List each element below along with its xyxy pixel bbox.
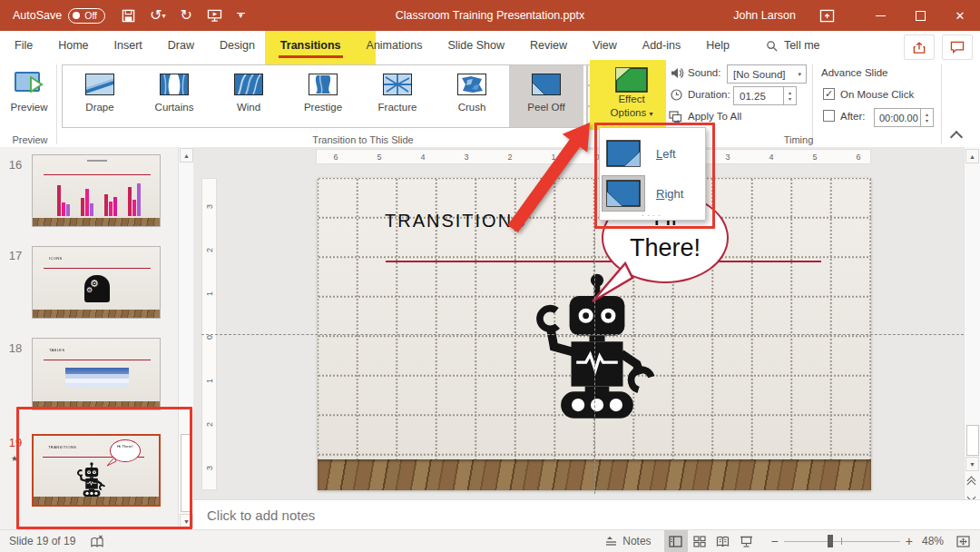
dropdown-resize-handle[interactable]: ····: [600, 212, 705, 219]
tab-insert[interactable]: Insert: [102, 31, 155, 60]
notes-toggle-button[interactable]: Notes: [605, 535, 651, 547]
slideshow-view-button[interactable]: [735, 530, 759, 552]
scroll-down-arrow[interactable]: ▼: [965, 457, 979, 471]
main-vertical-scrollbar[interactable]: ▲ ▼: [964, 147, 980, 499]
tab-animations[interactable]: Animations: [354, 31, 436, 60]
transition-peel-off[interactable]: Peel Off: [509, 65, 583, 127]
maximize-button[interactable]: [900, 0, 940, 31]
on-mouse-click-label: On Mouse Click: [840, 89, 914, 100]
tab-help[interactable]: Help: [693, 31, 742, 60]
ruler-number: 1: [205, 374, 214, 383]
transition-applied-star-icon[interactable]: ★: [11, 454, 18, 463]
tab-review[interactable]: Review: [517, 31, 580, 60]
on-mouse-click-checkbox[interactable]: ✓: [823, 88, 835, 100]
notes-pane[interactable]: Click to add notes: [193, 499, 980, 529]
user-name[interactable]: John Larson: [733, 9, 796, 22]
crush-icon: [457, 74, 486, 95]
comments-button[interactable]: [942, 34, 973, 60]
previous-slide-button[interactable]: [968, 478, 975, 488]
transition-fracture[interactable]: Fracture: [360, 65, 435, 127]
scrollbar-thumb[interactable]: [966, 425, 979, 456]
reading-view-button[interactable]: [711, 530, 735, 552]
slide-16-thumbnail[interactable]: [32, 154, 161, 227]
thumbnail-panel-scrollbar[interactable]: ▲ ▼: [178, 147, 193, 529]
after-checkbox[interactable]: [823, 110, 835, 122]
ribbon-display-options-icon[interactable]: [819, 9, 835, 23]
transition-drape[interactable]: Drape: [63, 65, 137, 127]
search-icon: [766, 40, 778, 52]
start-slideshow-icon[interactable]: [207, 9, 222, 22]
slide-19-thumbnail[interactable]: TRANSITIONS Hi There!: [32, 434, 161, 507]
close-button[interactable]: ✕: [940, 0, 980, 31]
slide-indicator[interactable]: Slide 19 of 19: [9, 535, 75, 547]
transition-wind[interactable]: Wind: [211, 65, 286, 127]
quick-access-toolbar: ↺▾ ↻ ▾: [122, 8, 245, 23]
transition-curtains[interactable]: Curtains: [137, 65, 211, 127]
scrollbar-thumb[interactable]: [181, 434, 192, 512]
ribbon: Preview Preview Drape: [0, 60, 980, 148]
group-separator: [941, 64, 942, 144]
spell-check-icon[interactable]: [90, 535, 104, 548]
group-separator: [56, 64, 57, 144]
horizontal-guide[interactable]: [201, 334, 964, 335]
tab-design[interactable]: Design: [207, 31, 268, 60]
autosave-control[interactable]: AutoSave Off: [13, 8, 105, 24]
effect-option-left[interactable]: Left: [600, 133, 705, 173]
duration-input[interactable]: 01.25 ▴▾: [733, 86, 797, 105]
customize-qat-icon[interactable]: ▾: [237, 13, 245, 18]
minimize-button[interactable]: [860, 0, 900, 31]
transition-prestige[interactable]: Prestige: [286, 65, 360, 127]
scroll-up-arrow[interactable]: ▲: [180, 148, 193, 163]
scroll-up-arrow[interactable]: ▲: [965, 149, 979, 163]
status-bar: Slide 19 of 19 Notes: [0, 529, 980, 552]
preview-icon: [15, 71, 44, 94]
effect-options-button[interactable]: Effect Options ▾: [599, 64, 664, 129]
tab-file[interactable]: File: [2, 31, 45, 60]
tell-me-box[interactable]: Tell me: [766, 39, 820, 52]
normal-view-button[interactable]: [664, 530, 688, 552]
autosave-toggle-dot: [73, 12, 80, 19]
group-separator: [812, 64, 813, 144]
comment-icon: [950, 41, 965, 54]
sound-dropdown[interactable]: [No Sound] ▾: [727, 64, 807, 84]
apply-to-all-button[interactable]: Apply To All: [688, 111, 741, 122]
drape-icon: [85, 74, 114, 95]
zoom-in-button[interactable]: +: [906, 534, 913, 548]
tab-slide-show[interactable]: Slide Show: [435, 31, 517, 60]
slide-17-thumbnail[interactable]: ICONS ⚙ ⚙: [32, 246, 161, 319]
tab-draw[interactable]: Draw: [155, 31, 207, 60]
robot-thumbnail-image: [75, 461, 108, 498]
zoom-out-button[interactable]: −: [771, 534, 779, 548]
redo-icon[interactable]: ↻: [180, 8, 191, 23]
tab-view[interactable]: View: [580, 31, 630, 60]
save-icon[interactable]: [122, 9, 135, 23]
slide-title[interactable]: TRANSITIONS: [385, 211, 526, 232]
transition-crush[interactable]: Crush: [435, 65, 509, 127]
effect-option-right[interactable]: Right: [600, 173, 705, 213]
slide-18-thumbnail[interactable]: TABLES: [32, 338, 161, 410]
scroll-down-arrow[interactable]: ▼: [180, 514, 193, 528]
tab-add-ins[interactable]: Add-ins: [630, 31, 693, 60]
fit-slide-to-window-button[interactable]: [951, 530, 975, 552]
undo-icon[interactable]: ↺▾: [150, 8, 165, 23]
zoom-slider-thumb[interactable]: [828, 535, 833, 547]
after-time-spinner[interactable]: ▴▾: [920, 109, 933, 126]
ruler-number: 2: [505, 153, 514, 162]
wind-icon: [234, 74, 263, 95]
tab-transitions[interactable]: Transitions: [268, 31, 354, 60]
duration-spinner[interactable]: ▴▾: [783, 87, 796, 104]
autosave-toggle[interactable]: Off: [68, 8, 105, 24]
slide-sorter-view-button[interactable]: [688, 530, 711, 552]
vertical-guide[interactable]: [594, 165, 595, 494]
ruler-number: 3: [205, 461, 214, 470]
zoom-level[interactable]: 48%: [922, 535, 944, 547]
share-button[interactable]: [904, 34, 935, 60]
tab-home[interactable]: Home: [45, 31, 101, 60]
transition-group-label: Transition to This Slide: [254, 134, 472, 145]
zoom-slider[interactable]: [784, 535, 900, 547]
preview-button[interactable]: Preview: [7, 65, 51, 129]
collapse-ribbon-button[interactable]: [950, 131, 963, 143]
powerpoint-window: AutoSave Off ↺▾ ↻ ▾: [0, 0, 980, 552]
after-time-input[interactable]: 00:00.00 ▴▾: [874, 108, 934, 127]
speech-bubble-tail: [585, 261, 635, 305]
